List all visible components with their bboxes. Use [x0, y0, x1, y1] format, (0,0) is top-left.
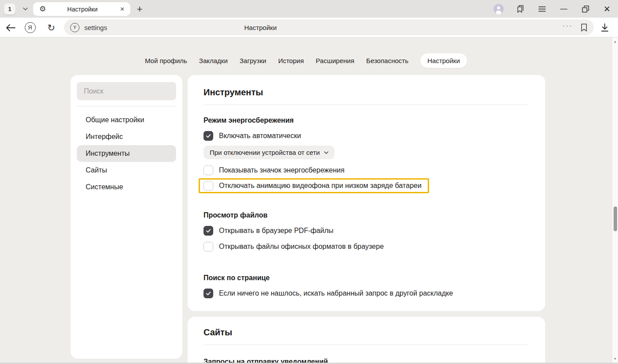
pdf-label: Открывать в браузере PDF-файлы	[219, 225, 333, 236]
sites-settings-card: Сайты Запросы на отправку уведомлений	[188, 317, 545, 364]
tab-title: Настройки	[46, 6, 119, 13]
profile-avatar[interactable]	[494, 4, 504, 14]
yandex-logo-icon: Я	[25, 22, 36, 33]
url-text: settings	[84, 24, 107, 31]
browser-tab-settings[interactable]: ⚙ Настройки ×	[33, 2, 130, 16]
highlighted-setting-row-disable-video: Отключать анимацию видеофона при низком …	[199, 178, 429, 193]
section-heading-page-search: Поиск по странице	[203, 274, 528, 282]
office-checkbox[interactable]	[203, 242, 213, 251]
pdf-checkbox[interactable]	[203, 226, 213, 236]
layout-search-checkbox[interactable]	[203, 289, 213, 298]
refresh-button[interactable]: ↻	[44, 18, 58, 38]
gear-icon: ⚙	[39, 5, 46, 13]
nav-tab-settings[interactable]: Настройки	[420, 53, 467, 68]
energy-trigger-dropdown[interactable]: При отключении устройства от сети	[203, 146, 335, 159]
chevron-down-icon	[23, 8, 28, 11]
nav-tab-history[interactable]: История	[278, 57, 304, 64]
tab-list-chevron-button[interactable]	[19, 4, 31, 15]
layout-search-label: Если ничего не нашлось, искать набранный…	[219, 288, 453, 298]
settings-site-icon: Y	[70, 23, 79, 32]
scroll-up-arrow-icon[interactable]: ▲	[612, 40, 618, 44]
checkmark-icon	[205, 133, 211, 139]
bookmarks-icon	[516, 5, 525, 13]
tab-strip: 1 ⚙ Настройки × +	[0, 0, 618, 18]
card-divider	[203, 345, 528, 345]
setting-row-show-icon: Показывать значок энергосбережения	[203, 165, 528, 175]
nav-tab-profile[interactable]: Мой профиль	[145, 57, 187, 64]
sidebar-item-general[interactable]: Общие настройки	[77, 112, 176, 128]
address-bar[interactable]: Y settings Настройки ···	[64, 19, 594, 35]
sidebar-list: Общие настройки Интерфейс Инструменты Са…	[77, 106, 176, 195]
scrollbar-thumb[interactable]	[614, 206, 617, 231]
bookmark-flag-icon	[580, 23, 588, 32]
settings-sidebar: Общие настройки Интерфейс Инструменты Са…	[71, 75, 182, 359]
setting-row-auto-enable: Включать автоматически	[203, 131, 528, 141]
download-icon	[601, 23, 609, 32]
person-icon	[494, 4, 504, 14]
add-bookmark-button[interactable]	[580, 23, 588, 32]
tab-close-icon[interactable]: ×	[119, 5, 126, 13]
card-title-sites: Сайты	[203, 327, 528, 337]
hamburger-menu-icon	[538, 6, 546, 12]
card-title-tools: Инструменты	[203, 87, 528, 97]
nav-tab-bookmarks[interactable]: Закладки	[199, 57, 228, 64]
browser-menu-button[interactable]	[537, 4, 547, 14]
card-divider	[203, 105, 528, 105]
sidebar-item-tools[interactable]: Инструменты	[77, 145, 176, 162]
setting-row-pdf: Открывать в браузере PDF-файлы	[203, 225, 528, 236]
auto-enable-label: Включать автоматически	[219, 131, 301, 141]
nav-tab-downloads[interactable]: Загрузки	[240, 57, 266, 64]
tab-counter-badge[interactable]: 1	[4, 4, 15, 15]
show-icon-label: Показывать значок энергосбережения	[219, 165, 344, 175]
new-tab-button[interactable]: +	[134, 3, 146, 15]
show-icon-checkbox[interactable]	[203, 165, 213, 175]
scroll-down-arrow-icon[interactable]: ▼	[612, 357, 618, 361]
page-scrollbar[interactable]: ▲ ▼	[612, 38, 618, 363]
dropdown-selected-value: При отключении устройства от сети	[210, 149, 320, 156]
tools-settings-card: Инструменты Режим энергосбережения Включ…	[188, 75, 545, 311]
checkmark-icon	[205, 228, 211, 234]
arrow-left-icon	[6, 24, 15, 31]
sidebar-item-system[interactable]: Системные	[77, 179, 176, 195]
window-close-button[interactable]: ✕	[602, 4, 612, 14]
checkmark-icon	[205, 290, 211, 296]
section-heading-energy: Режим энергосбережения	[203, 116, 528, 124]
restore-window-icon	[582, 5, 589, 13]
back-button[interactable]	[4, 18, 18, 38]
search-input[interactable]	[77, 82, 176, 100]
setting-row-layout-search: Если ничего не нашлось, искать набранный…	[203, 288, 528, 298]
section-heading-file-view: Просмотр файлов	[203, 211, 528, 219]
yandex-home-button[interactable]: Я	[23, 18, 37, 38]
window-restore-button[interactable]	[580, 4, 590, 14]
disable-video-checkbox[interactable]	[203, 181, 213, 191]
address-toolbar: Я ↻ Y settings Настройки ···	[0, 18, 618, 38]
downloads-button[interactable]	[598, 18, 612, 38]
more-actions-icon[interactable]: ···	[562, 26, 573, 29]
settings-page-nav: Мой профиль Закладки Загрузки История Ра…	[0, 53, 612, 68]
bookmarks-panel-button[interactable]	[516, 4, 525, 14]
nav-tab-security[interactable]: Безопасность	[366, 57, 409, 64]
address-bar-page-title: Настройки	[232, 24, 289, 31]
sidebar-item-sites[interactable]: Сайты	[77, 162, 176, 179]
auto-enable-checkbox[interactable]	[203, 131, 213, 141]
office-label: Открывать файлы офисных форматов в брауз…	[219, 241, 384, 251]
nav-tab-extensions[interactable]: Расширения	[316, 57, 354, 64]
window-minimize-button[interactable]: ―	[559, 4, 569, 14]
sidebar-item-interface[interactable]: Интерфейс	[77, 128, 176, 145]
setting-row-office: Открывать файлы офисных форматов в брауз…	[203, 241, 528, 251]
chevron-down-icon	[324, 151, 328, 154]
disable-video-label: Отключать анимацию видеофона при низком …	[219, 182, 422, 190]
